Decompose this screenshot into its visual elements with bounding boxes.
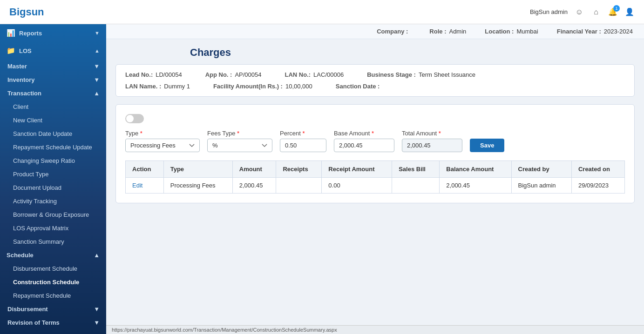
construction-schedule-label: Construction Schedule	[13, 279, 79, 286]
fees-type-group: Fees Type % Flat	[207, 130, 272, 152]
toggle-switch[interactable]	[125, 114, 144, 123]
col-balance-amount: Balance Amount	[440, 161, 511, 178]
master-chevron: ▼	[94, 63, 100, 70]
lan-name-pair: LAN Name. : Dummy 1	[125, 83, 190, 90]
col-type: Type	[163, 161, 232, 178]
table-row: Edit Processing Fees 2,000.45 0.00 2,000…	[126, 178, 625, 194]
sidebar-risk-rating[interactable]: Risk Rating & Assessment ▼	[0, 329, 106, 334]
inventory-label: Inventory	[7, 76, 35, 83]
cell-action: Edit	[126, 178, 164, 194]
facility-amount-label: Facility Amount(In Rs.) :	[213, 83, 283, 90]
save-button[interactable]: Save	[470, 139, 504, 152]
base-amount-label: Base Amount	[334, 130, 394, 137]
user-icon[interactable]: 👤	[624, 7, 635, 17]
notification-badge: 1	[613, 5, 620, 12]
role-pair: Role : Admin	[429, 28, 466, 35]
cell-receipts	[276, 178, 322, 194]
sidebar-item-los-approval-matrix[interactable]: LOS Approval Matrix	[0, 221, 106, 235]
sanction-date-label: Sanction Date :	[336, 83, 380, 90]
inventory-chevron: ▼	[94, 76, 100, 83]
col-sales-bill: Sales Bill	[392, 161, 440, 178]
smiley-icon[interactable]: ☺	[574, 7, 584, 17]
financial-year-value: 2023-2024	[604, 28, 633, 35]
cell-balance-amount: 2,000.45	[440, 178, 511, 194]
sidebar-item-client[interactable]: Client	[0, 100, 106, 114]
lead-no-pair: Lead No.: LD/00054	[125, 71, 182, 78]
reports-icon: 📊	[7, 29, 15, 37]
sidebar-item-sanction-summary[interactable]: Sanction Summary	[0, 235, 106, 248]
location-pair: Location : Mumbai	[485, 28, 538, 35]
header-right: BigSun admin ☺ ⌂ 🔔 1 👤	[530, 7, 635, 17]
app-no-pair: App No. : AP/00054	[205, 71, 262, 78]
sidebar-item-product-type[interactable]: Product Type	[0, 167, 106, 181]
sidebar-reports[interactable]: 📊 Reports ▼	[0, 24, 106, 42]
revision-chevron: ▼	[94, 319, 100, 326]
percent-input[interactable]	[280, 139, 326, 152]
fees-type-label: Fees Type	[207, 130, 272, 137]
col-created-by: Created by	[511, 161, 571, 178]
sidebar-disbursement[interactable]: Disbursement ▼	[0, 302, 106, 316]
repayment-schedule-update-label: Repayment Schedule Update	[13, 144, 92, 151]
sidebar-item-repayment-schedule-update[interactable]: Repayment Schedule Update	[0, 140, 106, 154]
lead-no-label: Lead No.:	[125, 71, 153, 78]
schedule-label: Schedule	[7, 252, 34, 259]
cell-amount: 2,000.45	[232, 178, 276, 194]
document-upload-label: Document Upload	[13, 184, 61, 191]
bell-icon[interactable]: 🔔 1	[608, 7, 618, 17]
facility-amount-value: 10,00,000	[285, 83, 312, 90]
sidebar-item-sanction-date-update[interactable]: Sanction Date Update	[0, 127, 106, 140]
lan-no-value: LAC/00006	[313, 71, 344, 78]
edit-link[interactable]: Edit	[132, 182, 142, 189]
sidebar-master[interactable]: Master ▼	[0, 60, 106, 73]
main-layout: 📊 Reports ▼ 📁 LOS ▲ Master ▼ Inventory ▼…	[0, 24, 644, 334]
sidebar-item-changing-sweep-ratio[interactable]: Changing Sweep Ratio	[0, 154, 106, 167]
changing-sweep-ratio-label: Changing Sweep Ratio	[13, 157, 75, 164]
sidebar: 📊 Reports ▼ 📁 LOS ▲ Master ▼ Inventory ▼…	[0, 24, 106, 334]
status-bar: https://prachayuat.bigsunworld.com/Trans…	[106, 325, 644, 334]
total-amount-input	[402, 139, 462, 152]
location-label: Location :	[485, 28, 514, 35]
col-created-on: Created on	[571, 161, 624, 178]
data-table: Action Type Amount Receipts Receipt Amou…	[125, 160, 625, 194]
sidebar-los[interactable]: 📁 LOS ▲	[0, 42, 106, 60]
fees-type-select[interactable]: % Flat	[207, 139, 272, 152]
col-receipt-amount: Receipt Amount	[322, 161, 392, 178]
sidebar-inventory[interactable]: Inventory ▼	[0, 73, 106, 87]
app-no-label: App No. :	[205, 71, 232, 78]
disbursement-chevron: ▼	[94, 306, 100, 313]
sidebar-revision-of-terms[interactable]: Revision of Terms ▼	[0, 316, 106, 329]
sidebar-item-disbursement-schedule[interactable]: Disbursement Schedule	[0, 262, 106, 275]
activity-tracking-label: Activity Tracking	[13, 198, 57, 205]
sidebar-item-activity-tracking[interactable]: Activity Tracking	[0, 194, 106, 208]
app-header: Bigsun BigSun admin ☺ ⌂ 🔔 1 👤	[0, 0, 644, 24]
base-amount-group: Base Amount	[334, 130, 394, 152]
sidebar-item-construction-schedule[interactable]: Construction Schedule	[0, 275, 106, 289]
company-pair: Company :	[377, 28, 411, 35]
sidebar-item-new-client[interactable]: New Client	[0, 114, 106, 127]
lead-no-value: LD/00054	[156, 71, 182, 78]
new-client-label: New Client	[13, 117, 42, 124]
sidebar-item-repayment-schedule[interactable]: Repayment Schedule	[0, 289, 106, 302]
toggle-area	[125, 114, 625, 123]
content-area: Company : Role : Admin Location : Mumbai…	[106, 24, 644, 334]
cell-created-on: 29/09/2023	[571, 178, 624, 194]
financial-year-pair: Financial Year : 2023-2024	[557, 28, 633, 35]
business-stage-value: Term Sheet Issuance	[419, 71, 475, 78]
cell-sales-bill	[392, 178, 440, 194]
col-receipts: Receipts	[276, 161, 322, 178]
app-logo: Bigsun	[9, 6, 44, 18]
sidebar-schedule[interactable]: Schedule ▲	[0, 248, 106, 262]
sidebar-item-document-upload[interactable]: Document Upload	[0, 181, 106, 194]
lan-name-value: Dummy 1	[164, 83, 190, 90]
facility-amount-pair: Facility Amount(In Rs.) : 10,00,000	[213, 83, 312, 90]
base-amount-input[interactable]	[334, 139, 394, 152]
total-amount-label: Total Amount	[402, 130, 462, 137]
type-select[interactable]: Processing Fees Other Fees	[125, 139, 200, 152]
col-action: Action	[126, 161, 164, 178]
home-icon[interactable]: ⌂	[591, 7, 601, 17]
financial-year-label: Financial Year :	[557, 28, 601, 35]
loan-info-card: Lead No.: LD/00054 App No. : AP/00054 LA…	[115, 64, 635, 97]
sidebar-transaction[interactable]: Transaction ▲	[0, 87, 106, 100]
sidebar-item-borrower-group-exposure[interactable]: Borrower & Group Exposure	[0, 208, 106, 221]
top-info-bar: Company : Role : Admin Location : Mumbai…	[106, 24, 644, 39]
